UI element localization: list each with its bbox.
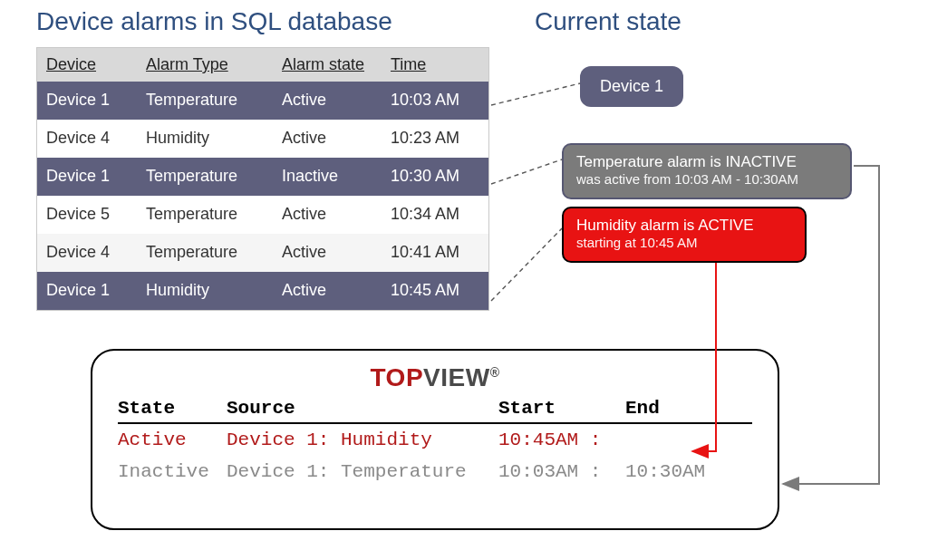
- col-device: Device: [37, 48, 137, 82]
- sql-row: Device 4HumidityActive10:23 AM: [37, 120, 488, 158]
- sql-row: Device 1TemperatureInactive10:30 AM: [37, 158, 488, 196]
- callout-humidity-title: Humidity alarm is ACTIVE: [576, 216, 792, 235]
- tv-cell-end: [625, 430, 752, 450]
- callout-humidity: Humidity alarm is ACTIVE starting at 10:…: [562, 207, 807, 263]
- tv-cell-source: Device 1: Humidity: [227, 430, 498, 450]
- sql-cell-type: Humidity: [137, 120, 273, 158]
- sql-cell-device: Device 4: [37, 234, 137, 272]
- sql-cell-time: 10:30 AM: [382, 158, 488, 196]
- sql-cell-device: Device 1: [37, 82, 137, 120]
- sql-cell-time: 10:41 AM: [382, 234, 488, 272]
- sql-row: Device 5TemperatureActive10:34 AM: [37, 196, 488, 234]
- title-current-state: Current state: [535, 7, 682, 36]
- sql-cell-type: Temperature: [137, 82, 273, 120]
- sql-cell-time: 10:45 AM: [382, 272, 488, 310]
- tv-col-end: End: [625, 398, 752, 419]
- sql-cell-time: 10:23 AM: [382, 120, 488, 158]
- callout-temperature-detail: was active from 10:03 AM - 10:30AM: [576, 171, 837, 188]
- callout-temperature-title: Temperature alarm is INACTIVE: [576, 152, 837, 171]
- logo-registered: ®: [490, 365, 500, 380]
- svg-line-1: [491, 159, 562, 184]
- tv-cell-start: 10:45AM :: [498, 430, 625, 450]
- callout-humidity-detail: starting at 10:45 AM: [576, 235, 792, 252]
- tv-cell-end: 10:30AM: [625, 461, 752, 482]
- sql-cell-device: Device 1: [37, 272, 137, 310]
- sql-row: Device 4TemperatureActive10:41 AM: [37, 234, 488, 272]
- sql-cell-type: Temperature: [137, 158, 273, 196]
- topview-logo: TOPVIEW®: [118, 363, 752, 392]
- tv-cell-source: Device 1: Temperature: [227, 461, 498, 482]
- topview-header: State Source Start End: [118, 392, 752, 424]
- topview-panel: TOPVIEW® State Source Start End ActiveDe…: [91, 349, 779, 530]
- sql-row: Device 1HumidityActive10:45 AM: [37, 272, 488, 310]
- svg-line-0: [491, 83, 580, 105]
- logo-part2: VIEW: [423, 363, 490, 391]
- sql-cell-device: Device 5: [37, 196, 137, 234]
- sql-cell-device: Device 4: [37, 120, 137, 158]
- col-state: Alarm state: [273, 48, 382, 82]
- tv-cell-state: Inactive: [118, 461, 227, 482]
- sql-row: Device 1TemperatureActive10:03 AM: [37, 82, 488, 120]
- tv-cell-state: Active: [118, 430, 227, 450]
- sql-cell-device: Device 1: [37, 158, 137, 196]
- topview-row: ActiveDevice 1: Humidity10:45AM :: [118, 424, 752, 456]
- svg-line-2: [491, 228, 562, 301]
- tv-col-start: Start: [498, 398, 625, 419]
- sql-cell-type: Humidity: [137, 272, 273, 310]
- logo-part1: TOP: [371, 363, 424, 391]
- device-chip: Device 1: [580, 66, 683, 107]
- sql-cell-time: 10:34 AM: [382, 196, 488, 234]
- sql-cell-state: Active: [273, 234, 382, 272]
- sql-cell-state: Active: [273, 120, 382, 158]
- topview-row: InactiveDevice 1: Temperature10:03AM :10…: [118, 456, 752, 488]
- sql-table-header: Device Alarm Type Alarm state Time: [37, 48, 488, 82]
- callout-temperature: Temperature alarm is INACTIVE was active…: [562, 143, 852, 199]
- sql-cell-state: Active: [273, 196, 382, 234]
- sql-cell-type: Temperature: [137, 234, 273, 272]
- tv-col-state: State: [118, 398, 227, 419]
- sql-cell-time: 10:03 AM: [382, 82, 488, 120]
- sql-cell-state: Active: [273, 82, 382, 120]
- tv-col-source: Source: [227, 398, 498, 419]
- col-type: Alarm Type: [137, 48, 273, 82]
- sql-cell-state: Active: [273, 272, 382, 310]
- col-time: Time: [382, 48, 488, 82]
- tv-cell-start: 10:03AM :: [498, 461, 625, 482]
- title-sql: Device alarms in SQL database: [36, 7, 392, 36]
- sql-cell-state: Inactive: [273, 158, 382, 196]
- sql-alarms-table: Device Alarm Type Alarm state Time Devic…: [36, 47, 489, 311]
- sql-cell-type: Temperature: [137, 196, 273, 234]
